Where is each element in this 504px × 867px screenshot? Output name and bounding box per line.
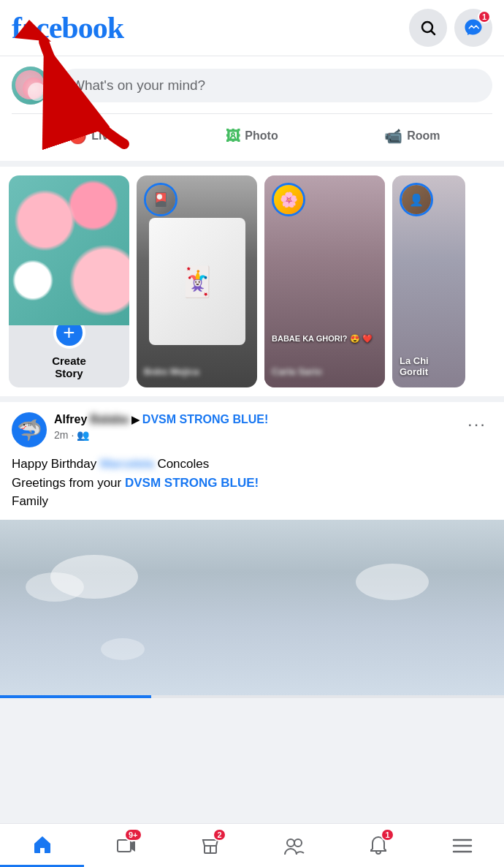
live-icon: 🔴	[69, 127, 87, 145]
home-icon	[32, 834, 53, 855]
menu-icon	[452, 837, 473, 855]
story-1-name: Bobs Mejica	[144, 366, 250, 377]
post-time-dot: ·	[71, 429, 74, 441]
post-user-blurred: Balaba	[90, 412, 128, 428]
post-progress-fill	[0, 695, 151, 698]
post-progress-bar	[0, 695, 504, 698]
story-card-1[interactable]: 🃏 🎴 Bobs Mejica	[137, 175, 257, 387]
story-1-avatar: 🎴	[144, 183, 177, 216]
svg-rect-4	[118, 840, 131, 852]
room-label: Room	[407, 129, 440, 143]
post-more-button[interactable]: ···	[462, 412, 492, 436]
story-card-3[interactable]: 👤 La ChiGordit	[392, 175, 465, 387]
post-text-2: Greetings from your	[12, 476, 125, 490]
post-header: 🦈 Alfrey Balaba ▶ DVSM STRONG BLUE! 2m ·…	[0, 402, 504, 455]
search-icon	[419, 19, 437, 37]
post-content: Happy Birthday Marcelela Concoles Greeti…	[0, 455, 504, 520]
nav-notifications[interactable]: 1	[336, 824, 420, 867]
stories-section: + Create Story 🃏 🎴 Bobs Mejica BABAE KA …	[0, 167, 504, 396]
post-group-highlight: DVSM STRONG BLUE!	[125, 476, 259, 490]
groups-icon	[283, 836, 305, 856]
post-image	[0, 520, 504, 695]
notifications-badge: 1	[381, 828, 394, 841]
messenger-button[interactable]: 1	[454, 9, 492, 47]
room-button[interactable]: 📹 Room	[332, 121, 492, 151]
nav-menu[interactable]	[420, 824, 504, 867]
post-meta: 2m · 👥	[54, 429, 454, 441]
video-badge: 9+	[124, 828, 142, 841]
nav-marketplace[interactable]: 2	[168, 824, 252, 867]
story-2-avatar: 🌸	[272, 183, 305, 216]
post-input-row: What's on your mind?	[12, 67, 492, 105]
post-time: 2m	[54, 429, 68, 441]
search-button[interactable]	[409, 9, 447, 47]
story-card-2[interactable]: BABAE KA GHORI? 😍 ❤️ 🌸 Carla Sario	[264, 175, 385, 387]
story-3-avatar: 👤	[400, 183, 433, 216]
nav-home[interactable]	[0, 824, 84, 867]
create-story-label: Create Story	[52, 355, 86, 379]
post-blurred-name: Marcelela	[100, 457, 154, 471]
room-icon: 📹	[384, 127, 402, 145]
post-text-concoles: Concoles	[154, 457, 210, 471]
post-text-3: Family	[12, 494, 48, 508]
photo-button[interactable]: 🖼 Photo	[172, 121, 332, 151]
header: facebook 1	[0, 0, 504, 56]
photo-icon: 🖼	[226, 128, 240, 145]
create-story-card[interactable]: + Create Story	[9, 175, 129, 387]
nav-groups[interactable]	[252, 824, 336, 867]
story-2-name: Carla Sario	[272, 366, 378, 377]
post-input-section: What's on your mind? 🔴 Live 🖼 Photo 📹 Ro…	[0, 56, 504, 161]
svg-point-7	[287, 839, 294, 847]
facebook-logo: facebook	[12, 12, 123, 43]
post-user-info: Alfrey Balaba ▶ DVSM STRONG BLUE! 2m · 👥	[54, 412, 454, 441]
live-button[interactable]: 🔴 Live	[12, 121, 172, 151]
post-text-1: Happy Birthday	[12, 457, 100, 471]
header-icons: 1	[409, 9, 492, 47]
messenger-badge: 1	[478, 10, 491, 23]
post-audience-icon: 👥	[77, 429, 89, 441]
bottom-nav: 9+ 2 1	[0, 823, 504, 867]
post-actions: 🔴 Live 🖼 Photo 📹 Room	[12, 113, 492, 151]
post-card: 🦈 Alfrey Balaba ▶ DVSM STRONG BLUE! 2m ·…	[0, 402, 504, 698]
svg-point-8	[294, 839, 302, 847]
post-group-name[interactable]: DVSM STRONG BLUE!	[142, 412, 268, 428]
user-avatar[interactable]	[12, 67, 50, 105]
svg-line-1	[432, 31, 435, 35]
story-3-name: La ChiGordit	[400, 355, 458, 377]
post-user-name: Alfrey Balaba ▶ DVSM STRONG BLUE!	[54, 412, 454, 428]
post-placeholder-input[interactable]: What's on your mind?	[58, 69, 492, 102]
live-label: Live	[91, 129, 115, 143]
post-arrow-icon: ▶	[131, 413, 140, 426]
post-user-avatar[interactable]: 🦈	[12, 412, 47, 447]
photo-label: Photo	[245, 129, 278, 143]
nav-video[interactable]: 9+	[84, 824, 168, 867]
marketplace-badge: 2	[213, 828, 226, 841]
